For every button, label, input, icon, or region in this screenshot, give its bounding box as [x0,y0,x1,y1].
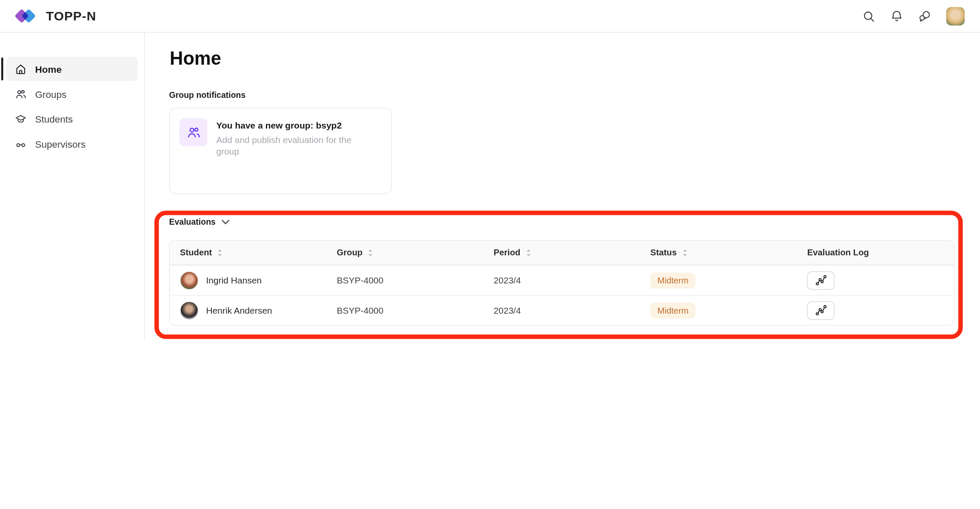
column-header-period[interactable]: Period [483,248,640,257]
logo-text: TOPP-N [46,9,96,23]
search-icon[interactable] [862,9,876,23]
student-name: Ingrid Hansen [206,275,262,286]
evaluations-table-header: Student Group Period Status Evaluation L… [170,241,954,265]
people-icon [186,125,201,140]
student-cell: Ingrid Hansen [170,271,327,290]
sidebar-item-home[interactable]: Home [6,57,138,81]
sort-icon[interactable] [367,248,374,257]
graduation-cap-icon [15,113,27,125]
student-name: Henrik Andersen [206,305,272,315]
app-window: TOPP-N Home [0,0,980,339]
avatar [180,271,199,290]
home-icon [15,63,27,75]
avatar [180,301,199,320]
section-evaluations: Evaluations [169,217,980,227]
sidebar-item-supervisors[interactable]: Supervisors [6,132,138,156]
table-row: Ingrid Hansen BSYP-4000 2023/4 Midterm [170,265,954,295]
logo[interactable]: TOPP-N [15,6,96,26]
notification-text: You have a new group: bsyp2 Add and publ… [217,118,368,157]
notification-icon-tile [179,118,208,146]
notifications-bell-icon[interactable] [890,9,904,23]
group-cell: BSYP-4000 [327,275,484,286]
evaluation-log-button[interactable] [807,301,835,320]
student-cell: Henrik Andersen [170,301,327,320]
chevron-down-icon[interactable] [221,219,230,224]
messages-icon[interactable] [918,9,932,23]
column-header-student[interactable]: Student [170,248,327,257]
sidebar-item-groups[interactable]: Groups [6,82,138,106]
sort-icon[interactable] [681,248,688,257]
evaluations-label: Evaluations [169,217,216,227]
evaluation-log-cell [797,301,954,320]
evaluation-log-button[interactable] [807,271,835,290]
user-avatar[interactable] [946,7,965,26]
column-header-status[interactable]: Status [640,248,797,257]
status-badge: Midterm [650,272,695,289]
main-content: Home Group notifications You have a new … [145,33,980,340]
sidebar-item-label: Students [35,113,73,124]
activity-graph-icon [815,305,827,316]
evaluation-log-cell [797,271,954,290]
top-actions [862,7,965,26]
glasses-icon [15,137,27,150]
section-group-notifications: Group notifications [169,90,980,100]
column-header-evaluation-log: Evaluation Log [797,248,954,257]
notification-title: You have a new group: bsyp2 [217,120,368,130]
group-notifications-label: Group notifications [169,90,246,100]
status-badge: Midterm [650,302,695,318]
sidebar-item-label: Home [35,63,62,74]
sort-icon[interactable] [217,248,224,257]
top-bar: TOPP-N [0,0,980,33]
sidebar-item-students[interactable]: Students [6,107,138,131]
column-header-group[interactable]: Group [327,248,484,257]
sidebar-item-label: Groups [35,89,67,100]
period-cell: 2023/4 [483,305,640,315]
status-cell: Midterm [640,302,797,318]
notification-card[interactable]: You have a new group: bsyp2 Add and publ… [169,108,392,194]
sort-icon[interactable] [525,248,532,257]
activity-graph-icon [815,275,827,286]
people-icon [15,88,27,100]
notification-description: Add and publish evaluation for the group [217,134,368,157]
evaluations-table: Student Group Period Status Evaluation L… [169,240,955,326]
table-row: Henrik Andersen BSYP-4000 2023/4 Midterm [170,295,954,325]
group-cell: BSYP-4000 [327,305,484,315]
sidebar: Home Groups Students Supervisors [0,33,145,340]
status-cell: Midterm [640,272,797,289]
sidebar-item-label: Supervisors [35,138,86,149]
period-cell: 2023/4 [483,275,640,286]
page-title: Home [170,48,980,69]
logo-diamonds-icon [15,6,38,26]
